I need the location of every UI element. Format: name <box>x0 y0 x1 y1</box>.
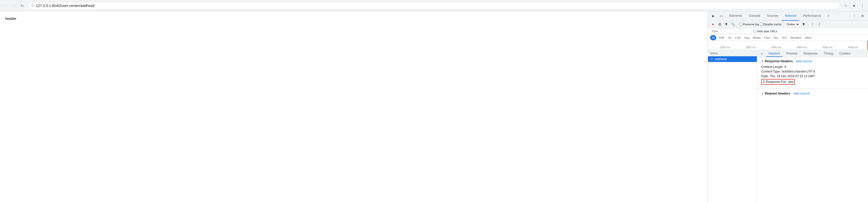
filter-toggle-button[interactable]: ▼ <box>723 22 729 27</box>
requests-list: Name addhead <box>708 50 757 203</box>
type-btn-other[interactable]: Other <box>803 35 813 40</box>
bookmark-button[interactable]: ☆ <box>842 2 849 9</box>
search-button[interactable]: 🔍 <box>730 22 736 27</box>
timeline-tick-5: 5000 ms <box>815 46 840 49</box>
tab-more[interactable]: » <box>825 11 833 21</box>
record-button[interactable]: ● <box>710 22 716 27</box>
hide-data-urls-checkbox[interactable] <box>753 30 756 33</box>
back-button[interactable]: ← <box>2 2 9 9</box>
header-row-x-response-foo: X-Response-Foo: dee <box>761 78 864 85</box>
reload-button[interactable]: ↻ <box>19 2 26 9</box>
timeline-tick-2: 2000 ms <box>738 46 763 49</box>
type-btn-css[interactable]: CSS <box>733 35 742 40</box>
type-btn-media[interactable]: Media <box>751 35 762 40</box>
address-text: 127.0.0.1:8040/user-center/addhead <box>36 4 837 8</box>
timeline-area: 1000 ms 2000 ms 3000 ms 4000 ms 5000 ms … <box>708 41 868 50</box>
network-toolbar: ● ◎ ▼ 🔍 Preserve log Disable cache Onlin… <box>708 21 868 28</box>
filter-bar: Hide data URLs <box>708 28 868 35</box>
type-filter-bar: All XHR JS CSS Img Media Font Doc WS Man… <box>708 35 868 41</box>
details-tab-response[interactable]: Response <box>802 50 820 57</box>
details-close-button[interactable]: × <box>759 51 764 56</box>
devtools-panel: ▶ ▭ Elements Console Sources Network Per… <box>708 11 868 203</box>
main-layout: header ▶ ▭ Elements Console Sources Netw… <box>0 11 868 203</box>
request-headers-section: ▼ Request Headers view source <box>757 90 868 99</box>
request-item-addhead[interactable]: addhead <box>708 56 757 62</box>
timeline-tick-6: 6000 ms <box>840 46 866 49</box>
request-headers-title[interactable]: ▼ Request Headers view source <box>761 92 864 95</box>
timeline-labels: 1000 ms 2000 ms 3000 ms 4000 ms 5000 ms … <box>708 41 868 50</box>
timeline-tick-1: 1000 ms <box>712 46 738 49</box>
type-btn-all[interactable]: All <box>710 35 716 40</box>
browser-chrome: ← → ↻ ⓘ 127.0.0.1:8040/user-center/addhe… <box>0 0 868 11</box>
header-value-content-type: text/html;charset=UTF-8 <box>782 70 815 73</box>
clear-button[interactable]: ◎ <box>717 22 722 27</box>
details-header: × Headers Preview Response Timing Cookie… <box>757 50 868 57</box>
disable-cache-label[interactable]: Disable cache <box>760 23 781 26</box>
header-row-content-length: Content-Length: 6 <box>761 65 864 69</box>
requests-header: Name <box>708 50 757 56</box>
response-headers-toggle: ▼ <box>761 60 764 63</box>
response-headers-title[interactable]: ▼ Response Headers view source <box>761 59 864 63</box>
highlighted-header-row: X-Response-Foo: dee <box>761 79 795 85</box>
type-btn-manifest[interactable]: Manifest <box>789 35 803 40</box>
response-headers-view-source[interactable]: view source <box>796 59 812 63</box>
details-tab-cookies[interactable]: Cookies <box>837 50 852 57</box>
tab-network[interactable]: Network <box>782 11 800 21</box>
nav-buttons: ← → ↻ <box>2 2 26 9</box>
disable-cache-checkbox[interactable] <box>760 23 763 26</box>
devtools-more-button[interactable]: ⋮ <box>851 13 858 20</box>
device-toolbar-button[interactable]: ▭ <box>718 13 724 20</box>
profile-button[interactable]: ● <box>850 2 858 9</box>
type-btn-xhr[interactable]: XHR <box>717 35 726 40</box>
devtools-tabbar: ▶ ▭ Elements Console Sources Network Per… <box>708 11 868 21</box>
header-row-content-type: Content-Type: text/html;charset=UTF-8 <box>761 69 864 74</box>
forward-button[interactable]: → <box>10 2 18 9</box>
devtools-icons: ▶ ▭ <box>710 13 724 20</box>
response-headers-section: ▼ Response Headers view source Content-L… <box>757 57 868 87</box>
page-content: header <box>0 11 708 203</box>
throttle-select[interactable]: Online <box>785 22 800 27</box>
throttle-chevron-button[interactable]: ▼ <box>801 22 806 27</box>
page-header-text: header <box>5 16 17 21</box>
filter-input[interactable] <box>710 29 751 34</box>
menu-button[interactable]: ⋮ <box>859 2 866 9</box>
devtools-settings-button[interactable]: ⚙ <box>859 13 866 20</box>
tab-performance[interactable]: Performance <box>800 11 824 21</box>
type-btn-font[interactable]: Font <box>763 35 771 40</box>
network-content: Name addhead × Headers Preview <box>708 50 868 203</box>
import-button[interactable]: ⇧ <box>810 22 815 27</box>
type-btn-ws[interactable]: WS <box>781 35 788 40</box>
export-button[interactable]: ⇩ <box>816 22 822 27</box>
tab-sources[interactable]: Sources <box>764 11 781 21</box>
header-name-date: Date: <box>761 74 769 78</box>
address-bar[interactable]: ⓘ 127.0.0.1:8040/user-center/addhead <box>28 2 840 9</box>
preserve-log-label[interactable]: Preserve log <box>739 23 759 26</box>
request-headers-toggle: ▼ <box>761 92 764 95</box>
timeline-tick-4: 4000 ms <box>789 46 815 49</box>
details-tab-timing[interactable]: Timing <box>822 50 835 57</box>
header-row-date: Date: Thu, 19 Dec 2019 07:32:13 GMT <box>761 74 864 78</box>
lock-icon: ⓘ <box>31 3 34 8</box>
browser-actions: ☆ ● ⋮ <box>842 2 866 9</box>
request-headers-view-source[interactable]: view source <box>793 92 810 95</box>
details-tab-preview[interactable]: Preview <box>784 50 800 57</box>
type-btn-doc[interactable]: Doc <box>772 35 780 40</box>
header-value-date: Thu, 19 Dec 2019 07:32:13 GMT <box>770 74 815 78</box>
request-details: × Headers Preview Response Timing Cookie… <box>757 50 868 203</box>
header-name-content-length: Content-Length: <box>761 65 783 69</box>
timeline-tick-3: 3000 ms <box>763 46 789 49</box>
hide-data-urls-label[interactable]: Hide data URLs <box>753 30 777 33</box>
tab-console[interactable]: Console <box>746 11 763 21</box>
toolbar-separator-3 <box>808 22 808 26</box>
details-tab-headers[interactable]: Headers <box>767 50 782 57</box>
type-btn-js[interactable]: JS <box>726 35 733 40</box>
header-value-x-response-foo: dee <box>788 80 793 84</box>
header-name-x-response-foo: X-Response-Foo: <box>763 80 787 84</box>
header-name-content-type: Content-Type: <box>761 70 781 73</box>
inspect-element-button[interactable]: ▶ <box>710 13 717 20</box>
type-btn-img[interactable]: Img <box>743 35 751 40</box>
preserve-log-checkbox[interactable] <box>739 23 742 26</box>
tab-elements[interactable]: Elements <box>726 11 745 21</box>
name-column-header: Name <box>710 52 718 55</box>
header-value-content-length: 6 <box>784 65 786 69</box>
